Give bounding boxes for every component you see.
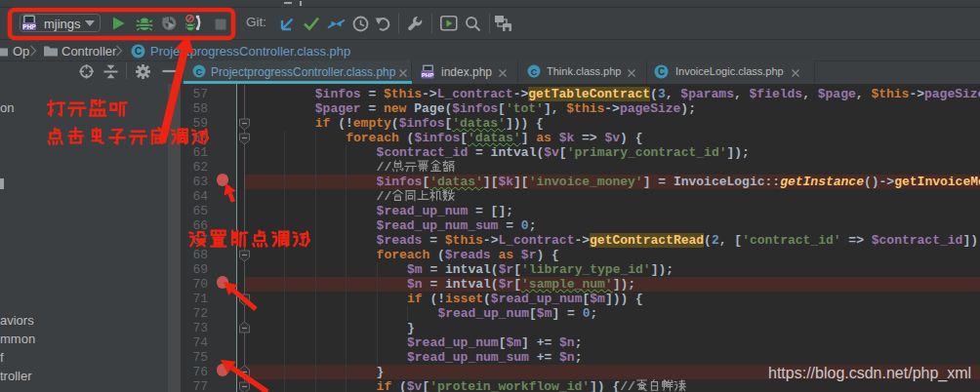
- svg-text:C: C: [531, 67, 538, 77]
- svg-text:PHP: PHP: [422, 72, 433, 78]
- svg-text:C: C: [196, 67, 203, 77]
- svg-text:C: C: [658, 66, 665, 77]
